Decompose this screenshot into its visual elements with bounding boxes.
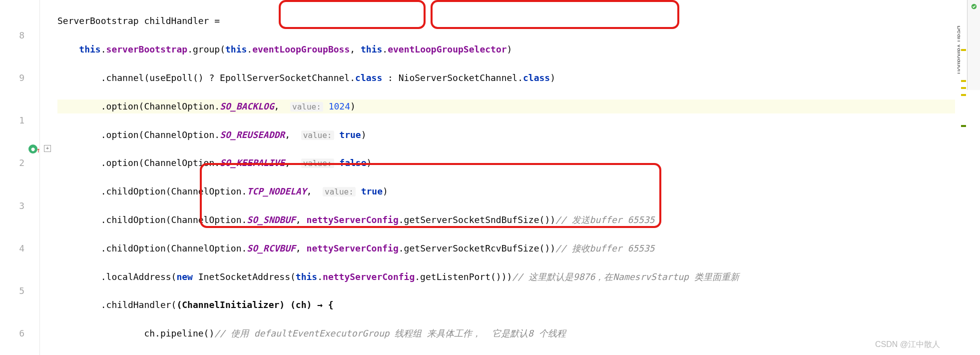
code-line[interactable]: .childOption(ChannelOption.SO_RCVBUF, ne… <box>57 242 955 256</box>
line-number: 5 <box>0 284 24 298</box>
code-line[interactable]: .option(ChannelOption.SO_KEEPALIVE, valu… <box>57 156 955 170</box>
inlay-hint: value: <box>301 130 334 140</box>
code-line[interactable]: this.serverBootstrap.group(this.eventLoo… <box>57 42 955 56</box>
code-line[interactable]: .childOption(ChannelOption.TCP_NODELAY, … <box>57 184 955 198</box>
error-stripe-track[interactable] <box>960 0 967 355</box>
bean-validation-icon <box>971 3 978 10</box>
code-line[interactable]: .childHandler((ChannelInitializer) (ch) … <box>57 298 955 312</box>
line-number: 9 <box>0 71 24 85</box>
code-line[interactable]: .channel(useEpoll() ? EpollServerSocketC… <box>57 71 955 85</box>
warning-stripe-icon[interactable] <box>961 94 966 96</box>
inlay-hint: value: <box>301 158 334 168</box>
fold-toggle-icon[interactable]: + <box>44 145 51 152</box>
line-number: 3 <box>0 199 24 213</box>
change-stripe-icon[interactable] <box>961 125 966 127</box>
warning-stripe-icon[interactable] <box>961 80 966 82</box>
gutter-arrow-icon[interactable]: ↑ <box>36 143 40 157</box>
line-number: 8 <box>0 28 24 42</box>
warning-stripe-icon[interactable] <box>961 49 966 51</box>
code-line[interactable]: .localAddress(new InetSocketAddress(this… <box>57 270 955 284</box>
code-line-current[interactable]: .option(ChannelOption.SO_BACKLOG, value:… <box>57 100 955 114</box>
warning-stripe-icon[interactable] <box>961 87 966 89</box>
line-number-gutter: 8 9 1 2 3 4 5 6 7 8 9 0 1 2 3 4 5 6 7 8 … <box>0 0 40 355</box>
line-number: 2 <box>0 156 24 170</box>
watermark-text: CSDN @江中散人 <box>875 340 940 350</box>
code-line[interactable]: .childOption(ChannelOption.SO_SNDBUF, ne… <box>57 213 955 227</box>
code-line[interactable]: .option(ChannelOption.SO_REUSEADDR, valu… <box>57 128 955 142</box>
line-number: 4 <box>0 242 24 256</box>
inlay-hint: value: <box>290 102 323 112</box>
code-editor[interactable]: ServerBootstrap childHandler = this.serv… <box>57 0 955 355</box>
inlay-hint: value: <box>323 187 356 196</box>
code-line[interactable]: ch.pipeline()// 使用 defaultEventExecutorG… <box>57 326 955 340</box>
line-number: 6 <box>0 326 24 340</box>
code-line[interactable]: ServerBootstrap childHandler = <box>57 14 955 28</box>
line-number: 1 <box>0 114 24 128</box>
